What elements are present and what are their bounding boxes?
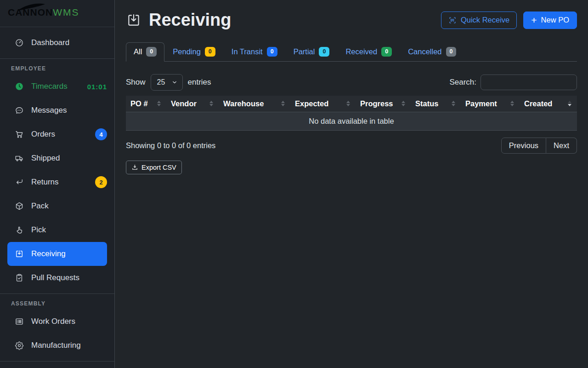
- column-header-created[interactable]: Created: [520, 96, 577, 112]
- table-footer: Showing 0 to 0 of 0 entries Previous Nex…: [126, 138, 577, 154]
- sidebar-item-work-orders[interactable]: Work Orders: [0, 310, 114, 334]
- tab-cancelled[interactable]: Cancelled 0: [400, 42, 464, 62]
- sort-icon: [157, 101, 162, 106]
- chat-icon: [15, 106, 24, 115]
- sidebar-item-label: Shipped: [31, 154, 60, 163]
- sidebar-item-pack[interactable]: Pack: [0, 194, 114, 218]
- tab-label: In Transit: [232, 47, 263, 56]
- page-header: Receiving Quick Receive + New PO: [126, 10, 577, 30]
- page-length-control: Show 25 entries: [126, 74, 211, 91]
- sidebar-item-shipped[interactable]: Shipped: [0, 146, 114, 170]
- page-size-select[interactable]: 25: [151, 74, 183, 91]
- page-size-value: 25: [157, 78, 165, 86]
- entries-summary: Showing 0 to 0 of 0 entries: [126, 141, 215, 150]
- column-header-warehouse[interactable]: Warehouse: [219, 96, 290, 112]
- sort-icon: [452, 101, 456, 106]
- export-csv-button[interactable]: Export CSV: [126, 161, 182, 174]
- sidebar-item-label: Receiving: [31, 249, 66, 259]
- tab-partial[interactable]: Partial 0: [286, 42, 338, 62]
- column-header-payment[interactable]: Payment: [461, 96, 520, 112]
- sidebar-item-timecards[interactable]: Timecards 01:01: [0, 75, 114, 98]
- sort-icon: [209, 101, 214, 106]
- tab-label: Pending: [173, 47, 201, 56]
- sidebar-item-messages[interactable]: Messages: [0, 98, 114, 122]
- new-po-label: New PO: [541, 16, 569, 24]
- column-header-expected[interactable]: Expected: [290, 96, 356, 112]
- column-label: Progress: [360, 99, 393, 108]
- empty-table-message: No data available in table: [126, 112, 577, 130]
- clipboard-check-icon: [15, 273, 24, 282]
- tab-label: Cancelled: [408, 47, 441, 56]
- download-icon: [131, 164, 138, 171]
- sidebar-item-receiving[interactable]: Receiving: [7, 242, 107, 266]
- column-label: Expected: [295, 99, 328, 108]
- sidebar-section-employee: EMPLOYEE: [0, 59, 114, 75]
- sidebar-item-label: Pick: [31, 225, 46, 235]
- tab-pending[interactable]: Pending 0: [165, 42, 223, 62]
- tab-in-transit[interactable]: In Transit 0: [224, 42, 285, 62]
- box-arrow-in-down-icon: [15, 249, 24, 259]
- tab-count-badge: 0: [205, 47, 215, 57]
- next-page-button[interactable]: Next: [546, 138, 577, 154]
- page-title: Receiving: [126, 10, 232, 30]
- sidebar-item-returns[interactable]: Returns 2: [0, 170, 114, 194]
- page-title-text: Receiving: [149, 10, 232, 30]
- tab-received[interactable]: Received 0: [338, 42, 400, 62]
- tab-label: Received: [345, 47, 377, 56]
- sidebar-item-label: Manufacturing: [31, 341, 81, 350]
- column-header-vendor[interactable]: Vendor: [166, 96, 219, 112]
- sidebar-section-assembly: ASSEMBLY: [0, 294, 114, 310]
- brand-logo: CANNONWMS: [0, 0, 114, 27]
- sidebar-item-label: Work Orders: [31, 317, 75, 326]
- column-label: Warehouse: [223, 99, 264, 108]
- sidebar-item-pull-requests[interactable]: Pull Requests: [0, 266, 114, 290]
- column-label: Created: [524, 99, 552, 108]
- return-arrow-icon: [15, 178, 24, 187]
- plus-icon: +: [531, 17, 537, 23]
- tab-all[interactable]: All 0: [126, 42, 164, 62]
- sort-icon: [401, 101, 406, 106]
- tab-count-badge: 0: [381, 47, 392, 57]
- column-label: Vendor: [171, 99, 197, 108]
- sort-icon: [281, 101, 286, 106]
- new-po-button[interactable]: + New PO: [523, 12, 577, 29]
- search-input[interactable]: [481, 75, 577, 90]
- gauge-icon: [15, 38, 24, 47]
- column-header-status[interactable]: Status: [411, 96, 461, 112]
- pagination: Previous Next: [501, 138, 577, 154]
- brand-name-secondary: WMS: [53, 7, 79, 17]
- column-label: PO #: [130, 99, 148, 108]
- sidebar-item-label: Timecards: [31, 82, 68, 91]
- previous-page-button[interactable]: Previous: [501, 138, 546, 154]
- tab-count-badge: 0: [446, 47, 457, 57]
- sidebar-item-label: Orders: [31, 130, 55, 139]
- sidebar-item-manufacturing[interactable]: Manufacturing: [0, 334, 114, 357]
- quick-receive-button[interactable]: Quick Receive: [441, 12, 517, 29]
- show-label: Show: [126, 78, 146, 87]
- column-header-progress[interactable]: Progress: [356, 96, 411, 112]
- sidebar-item-label: Pull Requests: [31, 273, 79, 282]
- entries-label: entries: [188, 78, 211, 87]
- sort-icon: [510, 101, 515, 106]
- cart-icon: [15, 130, 24, 139]
- column-header-po[interactable]: PO #: [126, 96, 166, 112]
- tab-label: All: [134, 47, 142, 56]
- sidebar-item-dashboard[interactable]: Dashboard: [0, 31, 114, 55]
- hand-pointer-icon: [15, 225, 24, 235]
- barcode-scan-icon: [448, 16, 457, 24]
- sidebar-item-orders[interactable]: Orders 4: [0, 122, 114, 146]
- export-csv-label: Export CSV: [141, 164, 176, 171]
- clock-icon: [15, 82, 24, 91]
- column-label: Status: [415, 99, 438, 108]
- table-header-row: PO # Vendor Warehouse Expected Progress …: [126, 96, 577, 112]
- sidebar-item-pick[interactable]: Pick: [0, 218, 114, 242]
- sidebar: CANNONWMS Dashboard EMPLOYEE Timecards 0…: [0, 0, 115, 368]
- tab-count-badge: 0: [267, 47, 277, 57]
- cube-icon: [15, 201, 24, 211]
- truck-icon: [15, 154, 24, 163]
- table-controls: Show 25 entries Search:: [126, 74, 577, 91]
- sort-desc-icon: [568, 101, 572, 106]
- sidebar-section-facilities: FACILITIES: [0, 362, 114, 368]
- status-tabs: All 0 Pending 0 In Transit 0 Partial 0 R…: [126, 42, 577, 62]
- receiving-table: PO # Vendor Warehouse Expected Progress …: [126, 96, 577, 131]
